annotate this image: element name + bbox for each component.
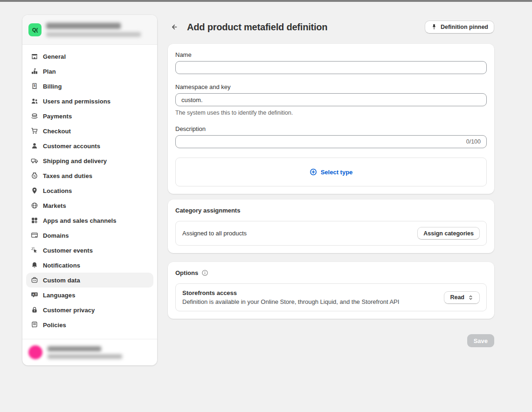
- namespace-key-input[interactable]: [175, 93, 487, 106]
- sidebar-item-label: Apps and sales channels: [43, 217, 117, 224]
- store-name-redacted: [46, 23, 121, 29]
- sidebar-item-label: Shipping and delivery: [43, 158, 107, 165]
- category-assignments-heading: Category assignments: [175, 207, 487, 214]
- user-avatar: [28, 345, 42, 359]
- translate-icon: A: [31, 291, 38, 299]
- storefronts-access-title: Storefronts access: [182, 289, 399, 296]
- storefronts-access-description: Definition is available in your Online S…: [182, 298, 399, 305]
- settings-sidebar: Q( General Plan $ Billing Users and perm…: [22, 15, 157, 365]
- sidebar-item-label: Domains: [43, 232, 69, 239]
- name-input[interactable]: [175, 61, 487, 74]
- svg-text:$: $: [34, 84, 35, 88]
- definition-pinned-button[interactable]: Definition pinned: [425, 21, 494, 34]
- user-account[interactable]: [22, 339, 157, 365]
- store-url-redacted: [46, 32, 141, 37]
- cursor-click-icon: [31, 247, 38, 254]
- assign-categories-button[interactable]: Assign categories: [417, 227, 480, 240]
- store-icon: [31, 53, 38, 60]
- bell-icon: [31, 261, 38, 269]
- save-button[interactable]: Save: [467, 334, 494, 347]
- sidebar-item-billing[interactable]: $ Billing: [26, 79, 153, 94]
- sidebar-item-custom-data[interactable]: Custom data: [26, 273, 153, 288]
- sidebar-item-shipping[interactable]: Shipping and delivery: [26, 153, 153, 168]
- sidebar-item-policies[interactable]: Policies: [26, 317, 153, 332]
- sidebar-item-label: Checkout: [43, 128, 71, 135]
- select-type-label: Select type: [321, 169, 353, 176]
- description-field-group: Description 0/100: [175, 125, 487, 148]
- storefronts-access-select[interactable]: Read: [444, 291, 480, 304]
- sidebar-item-label: Plan: [43, 68, 56, 75]
- lock-icon: [31, 306, 38, 314]
- category-status-text: Assigned to all products: [182, 230, 247, 237]
- sidebar-item-label: Customer accounts: [43, 143, 100, 150]
- description-label: Description: [175, 125, 487, 132]
- description-input[interactable]: [181, 136, 463, 148]
- custom-data-icon: [31, 276, 38, 284]
- sidebar-item-taxes[interactable]: Taxes and duties: [26, 168, 153, 183]
- truck-icon: [31, 157, 38, 165]
- sidebar-item-notifications[interactable]: Notifications: [26, 258, 153, 273]
- sidebar-item-checkout[interactable]: Checkout: [26, 124, 153, 138]
- sidebar-item-plan[interactable]: Plan: [26, 64, 153, 79]
- sidebar-item-payments[interactable]: Payments: [26, 109, 153, 124]
- user-email-redacted: [48, 354, 122, 359]
- store-switcher[interactable]: Q(: [22, 15, 157, 45]
- description-input-shell: 0/100: [175, 135, 487, 148]
- namespace-label: Namespace and key: [175, 83, 487, 90]
- page-title: Add product metafield definition: [187, 22, 327, 33]
- category-assignments-row: Assigned to all products Assign categori…: [175, 221, 487, 246]
- money-bag-icon: [31, 172, 38, 179]
- person-icon: [31, 142, 38, 150]
- globe-icon: [31, 202, 38, 209]
- sidebar-item-users-permissions[interactable]: Users and permissions: [26, 94, 153, 109]
- sidebar-item-label: Taxes and duties: [43, 172, 92, 179]
- browser-icon: [31, 232, 38, 239]
- settings-nav: General Plan $ Billing Users and permiss…: [22, 45, 157, 339]
- sidebar-item-locations[interactable]: Locations: [26, 183, 153, 198]
- select-type-button[interactable]: Select type: [175, 158, 487, 186]
- billing-receipt-icon: $: [31, 82, 38, 90]
- svg-text:A: A: [32, 293, 35, 296]
- definition-card: Name Namespace and key The system uses t…: [168, 44, 494, 194]
- sidebar-item-apps-sales-channels[interactable]: Apps and sales channels: [26, 213, 153, 228]
- sidebar-item-domains[interactable]: Domains: [26, 228, 153, 243]
- main-content: Add product metafield definition Definit…: [168, 20, 494, 347]
- page-header: Add product metafield definition Definit…: [168, 20, 494, 34]
- sidebar-item-label: Customer events: [43, 247, 93, 254]
- pin-icon: [431, 24, 437, 30]
- select-chevrons-icon: [468, 295, 474, 301]
- description-char-counter: 0/100: [466, 138, 481, 145]
- storefronts-access-value: Read: [450, 294, 464, 301]
- sidebar-item-label: Custom data: [43, 277, 80, 284]
- sidebar-item-customer-privacy[interactable]: Customer privacy: [26, 302, 153, 317]
- apps-grid-icon: [31, 217, 38, 224]
- back-arrow-icon: [170, 22, 179, 32]
- storefronts-access-texts: Storefronts access Definition is availab…: [182, 289, 399, 305]
- namespace-field-group: Namespace and key The system uses this t…: [175, 83, 487, 116]
- sidebar-item-label: Notifications: [43, 262, 80, 269]
- options-card: Options Storefronts access Definition is…: [168, 262, 494, 319]
- user-identity: [48, 346, 122, 359]
- info-icon[interactable]: [201, 269, 208, 276]
- users-icon: [31, 97, 38, 105]
- plan-chart-icon: [31, 68, 38, 75]
- sidebar-item-label: Locations: [43, 187, 72, 194]
- location-pin-icon: [31, 187, 38, 194]
- save-row: Save: [168, 334, 494, 347]
- category-assignments-card: Category assignments Assigned to all pro…: [168, 199, 494, 253]
- user-name-redacted: [48, 346, 101, 351]
- name-label: Name: [175, 51, 487, 58]
- sidebar-item-customer-accounts[interactable]: Customer accounts: [26, 138, 153, 153]
- sidebar-item-languages[interactable]: A Languages: [26, 288, 153, 302]
- sidebar-item-general[interactable]: General: [26, 49, 153, 64]
- sidebar-item-customer-events[interactable]: Customer events: [26, 243, 153, 258]
- namespace-help-text: The system uses this to identify the def…: [175, 110, 487, 116]
- sidebar-item-label: General: [43, 53, 66, 60]
- back-button[interactable]: [168, 21, 181, 34]
- store-identity: [46, 23, 141, 37]
- sidebar-item-markets[interactable]: Markets: [26, 198, 153, 213]
- name-field-group: Name: [175, 51, 487, 74]
- sidebar-item-label: Markets: [43, 202, 66, 209]
- sidebar-item-label: Users and permissions: [43, 98, 111, 105]
- policy-doc-icon: [31, 321, 38, 329]
